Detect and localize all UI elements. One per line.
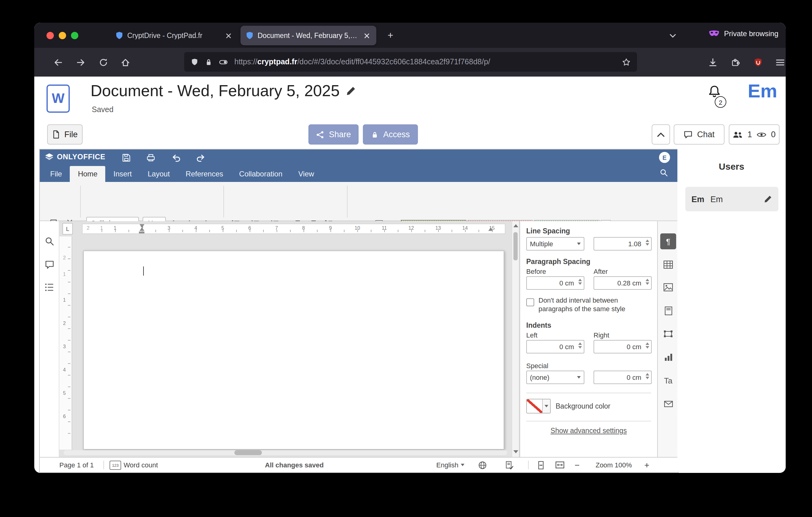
spinner-down-icon[interactable] bbox=[578, 346, 582, 349]
document-page[interactable] bbox=[83, 250, 504, 450]
spinner-up-icon[interactable] bbox=[645, 240, 649, 242]
tab-close-icon[interactable] bbox=[361, 31, 371, 40]
left-indent-marker[interactable] bbox=[139, 232, 144, 234]
forward-button[interactable] bbox=[71, 53, 90, 72]
zoom-in-button[interactable]: + bbox=[644, 458, 649, 472]
spacing-after-spinner[interactable]: 0.28 cm bbox=[593, 276, 652, 290]
close-window-button[interactable] bbox=[47, 32, 54, 39]
extensions-button[interactable] bbox=[726, 53, 745, 72]
paragraph-settings-icon[interactable]: ¶ bbox=[660, 234, 676, 249]
ublock-button[interactable] bbox=[749, 53, 767, 72]
horizontal-scroll-thumb[interactable] bbox=[234, 450, 262, 455]
fit-page-button[interactable] bbox=[536, 458, 545, 472]
menu-tab-layout[interactable]: Layout bbox=[140, 166, 178, 182]
spinner-down-icon[interactable] bbox=[645, 243, 649, 246]
browser-tab-cryptdrive[interactable]: CryptDrive - CryptPad.fr bbox=[110, 26, 238, 45]
spinner-up-icon[interactable] bbox=[578, 279, 582, 281]
editor-search-button[interactable] bbox=[660, 168, 668, 177]
special-dropdown[interactable]: (none) bbox=[526, 371, 584, 384]
background-color-picker[interactable] bbox=[526, 399, 551, 413]
home-button[interactable] bbox=[116, 53, 135, 72]
edit-title-pencil-icon[interactable] bbox=[346, 86, 356, 96]
new-tab-button[interactable]: + bbox=[383, 28, 398, 43]
downloads-button[interactable] bbox=[704, 53, 722, 72]
find-button[interactable] bbox=[45, 237, 55, 246]
url-text[interactable]: https://cryptpad.fr/doc/#/3/doc/edit/ff0… bbox=[234, 58, 616, 66]
table-settings-icon[interactable] bbox=[660, 257, 676, 273]
advanced-settings-link[interactable]: Show advanced settings bbox=[520, 427, 657, 434]
spinner-up-icon[interactable] bbox=[645, 343, 649, 345]
document-title-row[interactable]: Document - Wed, February 5, 2025 bbox=[91, 81, 356, 101]
background-color-chevron-icon[interactable] bbox=[543, 399, 550, 413]
menu-button[interactable] bbox=[771, 53, 786, 72]
indent-right-spinner[interactable]: 0 cm bbox=[593, 340, 652, 353]
edit-user-pencil-icon[interactable] bbox=[764, 195, 772, 203]
save-button[interactable] bbox=[119, 151, 133, 164]
back-button[interactable] bbox=[49, 53, 67, 72]
account-avatar[interactable]: Em bbox=[748, 80, 777, 102]
file-menu-button[interactable]: File bbox=[47, 124, 83, 144]
spinner-up-icon[interactable] bbox=[578, 343, 582, 345]
line-spacing-spinner[interactable]: 1.08 bbox=[593, 237, 652, 250]
spacing-before-spinner[interactable]: 0 cm bbox=[526, 276, 584, 290]
spinner-up-icon[interactable] bbox=[645, 373, 649, 376]
menu-tab-view[interactable]: View bbox=[290, 166, 322, 182]
set-language-globe-button[interactable] bbox=[478, 458, 487, 472]
zoom-level[interactable]: Zoom 100% bbox=[596, 458, 632, 472]
tab-list-chevron-icon[interactable] bbox=[666, 29, 679, 42]
collaborator-badge[interactable]: E bbox=[659, 152, 670, 163]
chart-settings-icon[interactable] bbox=[660, 349, 676, 365]
spinner-down-icon[interactable] bbox=[578, 282, 582, 285]
spinner-down-icon[interactable] bbox=[645, 282, 649, 285]
navigation-button[interactable] bbox=[45, 282, 55, 292]
bookmark-star-icon[interactable] bbox=[622, 57, 631, 66]
lock-icon[interactable] bbox=[204, 57, 213, 66]
interval-checkbox[interactable] bbox=[526, 298, 534, 306]
chat-button[interactable]: Chat bbox=[674, 124, 725, 144]
menu-tab-file[interactable]: File bbox=[42, 166, 70, 182]
zoom-out-button[interactable]: − bbox=[575, 458, 579, 472]
language-selector[interactable]: English bbox=[436, 458, 464, 472]
tab-close-icon[interactable] bbox=[223, 31, 233, 40]
document-canvas[interactable]: 21123456 bbox=[59, 237, 512, 457]
menu-tab-insert[interactable]: Insert bbox=[106, 166, 140, 182]
menu-tab-references[interactable]: References bbox=[178, 166, 231, 182]
browser-tab-document[interactable]: Document - Wed, February 5, 2025 bbox=[240, 26, 376, 45]
minimize-window-button[interactable] bbox=[59, 32, 66, 39]
vertical-scrollbar[interactable] bbox=[512, 221, 520, 457]
maximize-window-button[interactable] bbox=[71, 32, 78, 39]
comments-button[interactable] bbox=[45, 260, 55, 270]
print-button[interactable] bbox=[144, 151, 157, 164]
access-button[interactable]: Access bbox=[363, 124, 418, 144]
line-spacing-dropdown[interactable]: Multiple bbox=[526, 237, 584, 250]
user-list-item[interactable]: Em Em bbox=[685, 187, 778, 211]
tracking-shield-icon[interactable] bbox=[190, 57, 199, 66]
scroll-down-arrow[interactable] bbox=[513, 450, 518, 453]
special-amount-spinner[interactable]: 0 cm bbox=[593, 371, 652, 384]
word-count-toggle[interactable]: 123 Word count bbox=[110, 458, 158, 472]
headerfooter-settings-icon[interactable] bbox=[660, 303, 676, 319]
spinner-down-icon[interactable] bbox=[645, 377, 649, 379]
fit-width-button[interactable] bbox=[555, 458, 565, 472]
spellcheck-button[interactable] bbox=[505, 458, 514, 472]
spinner-up-icon[interactable] bbox=[645, 279, 649, 281]
undo-button[interactable] bbox=[170, 151, 183, 164]
redo-button[interactable] bbox=[194, 151, 207, 164]
notifications-button[interactable]: 2 bbox=[706, 84, 728, 108]
reload-button[interactable] bbox=[94, 53, 113, 72]
shape-settings-icon[interactable] bbox=[660, 326, 676, 342]
share-button[interactable]: Share bbox=[309, 124, 358, 144]
participants-indicator[interactable]: 1 0 bbox=[729, 124, 780, 144]
interval-checkbox-label[interactable]: Don't add interval between paragraphs of… bbox=[539, 296, 650, 313]
spinner-down-icon[interactable] bbox=[645, 346, 649, 349]
indent-left-spinner[interactable]: 0 cm bbox=[526, 340, 584, 353]
vertical-scroll-thumb[interactable] bbox=[513, 232, 518, 260]
menu-tab-home[interactable]: Home bbox=[70, 166, 106, 182]
textart-settings-icon[interactable]: Ta bbox=[660, 373, 676, 388]
url-bar[interactable]: https://cryptpad.fr/doc/#/3/doc/edit/ff0… bbox=[184, 52, 637, 72]
permissions-toggle-icon[interactable] bbox=[219, 57, 229, 66]
image-settings-icon[interactable] bbox=[660, 279, 676, 295]
tab-stop-selector[interactable]: L bbox=[62, 223, 73, 235]
page-title[interactable]: Document - Wed, February 5, 2025 bbox=[91, 81, 340, 101]
collapse-toolbar-button[interactable] bbox=[652, 124, 670, 144]
